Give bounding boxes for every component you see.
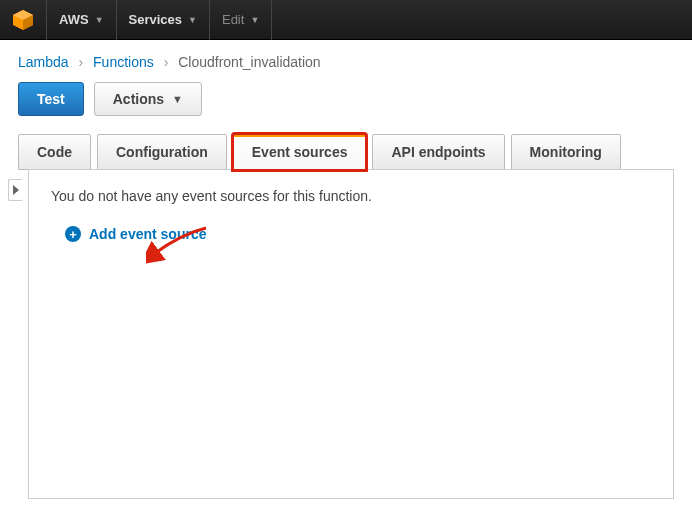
breadcrumb: Lambda › Functions › Cloudfront_invalida… <box>0 40 692 82</box>
add-event-source-link[interactable]: + Add event source <box>65 226 206 242</box>
empty-state-message: You do not have any event sources for th… <box>51 188 651 204</box>
aws-logo-icon <box>10 7 36 33</box>
tabs: Code Configuration Event sources API end… <box>0 134 692 170</box>
chevron-right-icon: › <box>164 54 169 70</box>
chevron-right-icon <box>13 185 19 195</box>
test-button[interactable]: Test <box>18 82 84 116</box>
tab-configuration[interactable]: Configuration <box>97 134 227 170</box>
tab-monitoring[interactable]: Monitoring <box>511 134 621 170</box>
chevron-down-icon: ▼ <box>250 15 259 25</box>
test-button-label: Test <box>37 91 65 107</box>
aws-home-menu[interactable]: AWS ▼ <box>47 0 117 40</box>
svg-marker-3 <box>13 185 19 195</box>
breadcrumb-current: Cloudfront_invalidation <box>178 54 320 70</box>
chevron-down-icon: ▼ <box>95 15 104 25</box>
actions-dropdown[interactable]: Actions ▼ <box>94 82 202 116</box>
chevron-down-icon: ▼ <box>172 93 183 105</box>
tab-api-endpoints[interactable]: API endpoints <box>372 134 504 170</box>
services-label: Services <box>129 12 183 27</box>
plus-circle-icon: + <box>65 226 81 242</box>
edit-menu[interactable]: Edit ▼ <box>210 0 272 40</box>
services-menu[interactable]: Services ▼ <box>117 0 210 40</box>
chevron-down-icon: ▼ <box>188 15 197 25</box>
breadcrumb-functions[interactable]: Functions <box>93 54 154 70</box>
content-panel: You do not have any event sources for th… <box>28 169 674 499</box>
edit-label: Edit <box>222 12 244 27</box>
chevron-right-icon: › <box>78 54 83 70</box>
sidebar-expand-handle[interactable] <box>8 179 22 201</box>
aws-home-label: AWS <box>59 12 89 27</box>
breadcrumb-lambda[interactable]: Lambda <box>18 54 69 70</box>
actions-label: Actions <box>113 91 164 107</box>
tab-code[interactable]: Code <box>18 134 91 170</box>
action-bar: Test Actions ▼ <box>0 82 692 134</box>
aws-header: AWS ▼ Services ▼ Edit ▼ <box>0 0 692 40</box>
tab-event-sources[interactable]: Event sources <box>233 134 367 170</box>
add-event-source-label: Add event source <box>89 226 206 242</box>
